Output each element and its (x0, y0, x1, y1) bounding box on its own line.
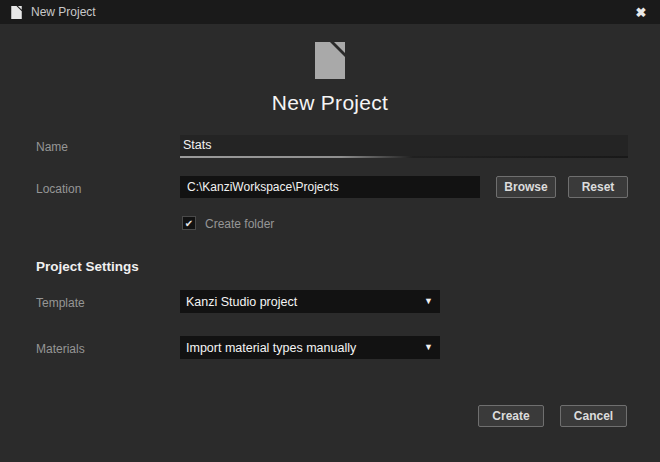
close-icon[interactable]: ✖ (631, 2, 651, 22)
materials-dropdown[interactable]: Import material types manually ▼ (180, 336, 440, 359)
page-title: New Project (0, 91, 660, 115)
chevron-down-icon: ▼ (424, 296, 433, 306)
name-underline (180, 156, 628, 158)
materials-value: Import material types manually (186, 341, 356, 355)
document-icon (11, 6, 22, 19)
reset-button[interactable]: Reset (568, 176, 628, 198)
create-folder-label: Create folder (205, 217, 274, 231)
chevron-down-icon: ▼ (424, 342, 433, 352)
window-title: New Project (31, 5, 96, 19)
location-label: Location (36, 182, 81, 196)
name-input[interactable]: Stats (180, 135, 628, 158)
create-button[interactable]: Create (478, 405, 544, 427)
checkmark-icon: ✔ (185, 218, 193, 229)
create-folder-checkbox[interactable]: ✔ (182, 216, 196, 230)
template-dropdown[interactable]: Kanzi Studio project ▼ (180, 290, 440, 313)
name-value: Stats (183, 138, 212, 152)
materials-label: Materials (36, 342, 85, 356)
location-input[interactable] (180, 176, 480, 198)
browse-button[interactable]: Browse (496, 176, 556, 198)
new-project-document-icon (315, 42, 345, 83)
name-label: Name (36, 140, 68, 154)
template-value: Kanzi Studio project (186, 295, 297, 309)
template-label: Template (36, 296, 85, 310)
new-project-dialog: New Project ✖ New Project Name Stats Loc… (0, 0, 660, 462)
cancel-button[interactable]: Cancel (560, 405, 627, 427)
project-settings-heading: Project Settings (36, 259, 139, 274)
titlebar: New Project ✖ (0, 0, 660, 24)
